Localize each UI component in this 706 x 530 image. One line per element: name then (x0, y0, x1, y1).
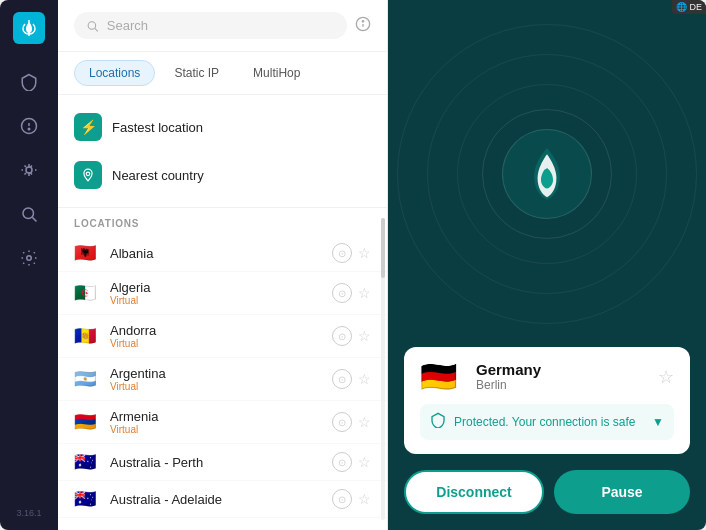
svg-line-5 (32, 217, 36, 221)
favorite-albania[interactable]: ☆ (358, 245, 371, 261)
app-version: 3.16.1 (16, 508, 41, 518)
list-item[interactable]: 🇦🇺 Australia - Perth ⊙ ☆ (58, 444, 387, 481)
connect-andorra[interactable]: ⊙ (332, 326, 352, 346)
connect-australia-adelaide[interactable]: ⊙ (332, 489, 352, 509)
sidebar-logo[interactable] (13, 12, 45, 44)
list-item[interactable]: 🇦🇱 Albania ⊙ ☆ (58, 235, 387, 272)
connected-flag: 🇩🇪 (420, 362, 464, 392)
main-panel: Locations Static IP MultiHop ⚡ Fastest l… (58, 0, 388, 530)
search-icon (86, 19, 99, 33)
svg-point-3 (26, 167, 32, 173)
chevron-down-icon: ▼ (652, 415, 664, 429)
favorite-current-connection[interactable]: ☆ (658, 366, 674, 388)
search-input[interactable] (107, 18, 335, 33)
tab-multihop[interactable]: MultiHop (238, 60, 315, 86)
fastest-icon: ⚡ (74, 113, 102, 141)
sidebar-item-search[interactable] (11, 196, 47, 232)
svg-point-6 (27, 256, 32, 261)
locations-section-header: LOCATIONS (58, 208, 387, 235)
list-item[interactable]: 🇦🇺 Australia - Adelaide ⊙ ☆ (58, 481, 387, 518)
locations-list: LOCATIONS 🇦🇱 Albania ⊙ ☆ 🇩🇿 Algeria Virt… (58, 208, 387, 530)
tab-static-ip[interactable]: Static IP (159, 60, 234, 86)
sidebar-item-shield[interactable] (11, 64, 47, 100)
scroll-track (381, 218, 385, 520)
svg-line-8 (95, 28, 98, 31)
favorite-australia-adelaide[interactable]: ☆ (358, 491, 371, 507)
fastest-location-item[interactable]: ⚡ Fastest location (74, 107, 371, 147)
svg-point-4 (23, 208, 34, 219)
sidebar-item-bug[interactable] (11, 152, 47, 188)
disconnect-button[interactable]: Disconnect (404, 470, 544, 514)
search-bar (58, 0, 387, 52)
nearest-country-item[interactable]: Nearest country (74, 155, 371, 195)
special-items: ⚡ Fastest location Nearest country (58, 95, 387, 208)
favorite-australia-perth[interactable]: ☆ (358, 454, 371, 470)
fastest-label: Fastest location (112, 120, 203, 135)
list-item[interactable]: 🇦🇲 Armenia Virtual ⊙ ☆ (58, 401, 387, 444)
nearest-label: Nearest country (112, 168, 204, 183)
protection-text: Protected. Your connection is safe (454, 415, 644, 429)
search-wrapper[interactable] (74, 12, 347, 39)
country-name: Germany (476, 361, 646, 378)
sidebar: 3.16.1 (0, 0, 58, 530)
list-item[interactable]: 🇦🇷 Argentina Virtual ⊙ ☆ (58, 358, 387, 401)
connection-info: 🇩🇪 Germany Berlin ☆ (420, 361, 674, 392)
svg-point-2 (28, 128, 30, 130)
favorite-armenia[interactable]: ☆ (358, 414, 371, 430)
flag-australia-adelaide: 🇦🇺 (74, 490, 100, 508)
flag-algeria: 🇩🇿 (74, 284, 100, 302)
sidebar-item-settings[interactable] (11, 240, 47, 276)
connect-algeria[interactable]: ⊙ (332, 283, 352, 303)
status-card: 🇩🇪 Germany Berlin ☆ Protected. Your conn… (404, 347, 690, 454)
flag-armenia: 🇦🇲 (74, 413, 100, 431)
connect-argentina[interactable]: ⊙ (332, 369, 352, 389)
vpn-background (388, 0, 706, 347)
svg-point-12 (86, 172, 90, 176)
flag-argentina: 🇦🇷 (74, 370, 100, 388)
list-item[interactable]: 🇩🇿 Algeria Virtual ⊙ ☆ (58, 272, 387, 315)
favorite-andorra[interactable]: ☆ (358, 328, 371, 344)
city-name: Berlin (476, 378, 646, 392)
flag-albania: 🇦🇱 (74, 244, 100, 262)
tab-locations[interactable]: Locations (74, 60, 155, 86)
action-buttons: Disconnect Pause (388, 470, 706, 530)
nearest-icon (74, 161, 102, 189)
shield-protection-icon (430, 412, 446, 432)
de-badge-label: DE (689, 2, 702, 12)
tabs-container: Locations Static IP MultiHop (58, 52, 387, 95)
favorite-argentina[interactable]: ☆ (358, 371, 371, 387)
scroll-thumb[interactable] (381, 218, 385, 278)
list-item[interactable]: 🇦🇩 Andorra Virtual ⊙ ☆ (58, 315, 387, 358)
right-panel: 🇩🇪 Germany Berlin ☆ Protected. Your conn… (388, 0, 706, 530)
info-icon[interactable] (355, 16, 371, 36)
pause-button[interactable]: Pause (554, 470, 690, 514)
protection-bar[interactable]: Protected. Your connection is safe ▼ (420, 404, 674, 440)
app-window: 🌐 DE (0, 0, 706, 530)
svg-point-11 (362, 20, 363, 21)
favorite-algeria[interactable]: ☆ (358, 285, 371, 301)
de-badge: 🌐 DE (672, 0, 706, 14)
surfshark-logo (512, 139, 582, 209)
connect-albania[interactable]: ⊙ (332, 243, 352, 263)
de-badge-icon: 🌐 (676, 2, 687, 12)
connect-armenia[interactable]: ⊙ (332, 412, 352, 432)
flag-andorra: 🇦🇩 (74, 327, 100, 345)
flag-australia-perth: 🇦🇺 (74, 453, 100, 471)
svg-point-7 (88, 21, 95, 28)
sidebar-item-alert[interactable] (11, 108, 47, 144)
connect-australia-perth[interactable]: ⊙ (332, 452, 352, 472)
